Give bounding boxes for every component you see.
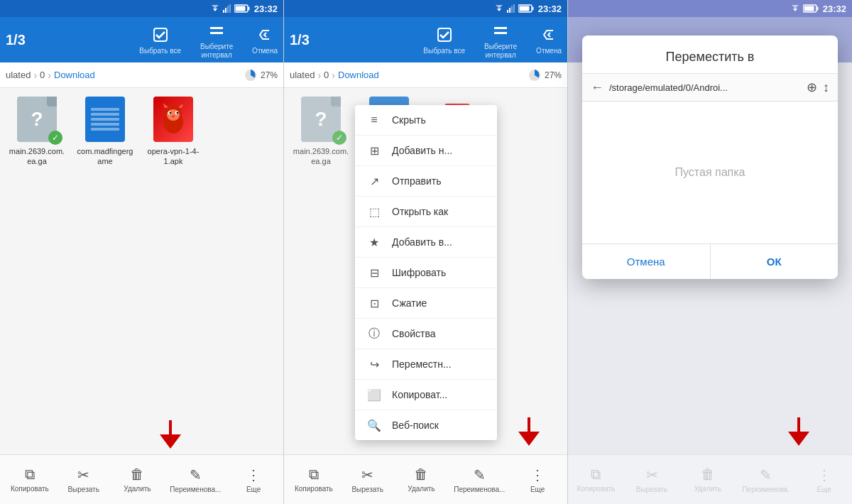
- delete-label-1: Удалить: [124, 485, 151, 493]
- select-interval-btn-1[interactable]: Выберите интервал: [195, 21, 238, 60]
- menu-item-share[interactable]: ↗ Отправить: [355, 166, 497, 197]
- menu-item-openas[interactable]: ⬚ Открыть как: [355, 197, 497, 227]
- delete-btn-3-bg: 🗑 Удалить: [687, 466, 729, 493]
- file-icon-wrap-1-2: [82, 97, 128, 142]
- encrypt-icon: ⊟: [366, 265, 382, 280]
- zip-stripe-3: [91, 118, 119, 121]
- file-item-2-1[interactable]: ? ✓ main.2639.com.ea.ga: [293, 97, 349, 167]
- menu-label-openas: Открыть как: [392, 206, 448, 217]
- svg-rect-38: [494, 32, 507, 34]
- menu-item-move[interactable]: ↪ Переместн...: [355, 349, 497, 380]
- menu-item-compress[interactable]: ⊡ Сжатие: [355, 288, 497, 319]
- modal-dialog: Переместить в ← /storage/emulated/0/Andr…: [582, 35, 838, 279]
- svg-marker-0: [213, 9, 217, 11]
- file-grid-1: ? ✓ main.2639.com.ea.ga com.ma: [0, 88, 283, 454]
- opera-icon-1: [153, 97, 193, 142]
- more-btn-2[interactable]: ⋮ Еще: [516, 466, 559, 493]
- add-folder-btn[interactable]: ⊕: [807, 80, 817, 95]
- svg-point-22: [170, 112, 172, 114]
- copy-btn-2[interactable]: ⧉ Копировать: [293, 466, 335, 493]
- menu-item-encrypt[interactable]: ⊟ Шифровать: [355, 258, 497, 288]
- svg-rect-34: [532, 7, 533, 11]
- red-arrow-svg-1: [160, 420, 181, 449]
- dialog-ok-btn[interactable]: ОК: [711, 244, 839, 279]
- dialog-back-btn[interactable]: ←: [591, 80, 604, 95]
- menu-item-hide[interactable]: ≡ Скрыть: [355, 105, 497, 136]
- bc-item1-2: ulated: [290, 70, 315, 80]
- dialog-bottom-bar-bg: ⧉ Копировать ✂ Вырезать 🗑 Удалить ✎ Пере…: [568, 454, 852, 504]
- more-btn-1[interactable]: ⋮ Еще: [232, 466, 275, 493]
- zip-stripe-1: [91, 108, 119, 111]
- breadcrumb-1: ulated › 0 › Download 27%: [0, 62, 283, 88]
- dialog-content: Пустая папка: [582, 102, 838, 243]
- signal-icon: [223, 4, 231, 13]
- file-check-2-1: ✓: [332, 131, 346, 145]
- cut-btn-1[interactable]: ✂ Вырезать: [62, 466, 105, 493]
- svg-marker-55: [792, 5, 799, 9]
- dialog-bg: Переместить в ← /storage/emulated/0/Andr…: [568, 62, 852, 504]
- rename-btn-2[interactable]: ✎ Переименова...: [454, 466, 505, 493]
- svg-rect-31: [511, 6, 513, 13]
- bc-current-2[interactable]: Download: [338, 70, 379, 80]
- svg-rect-4: [227, 6, 229, 13]
- copy-btn-1[interactable]: ⧉ Копировать: [9, 466, 51, 493]
- cut-btn-2[interactable]: ✂ Вырезать: [346, 466, 389, 493]
- delete-btn-2[interactable]: 🗑 Удалить: [400, 466, 442, 493]
- file-name-1-1: main.2639.com.ea.ga: [9, 146, 65, 167]
- check-icon: [151, 25, 170, 45]
- menu-item-copy2[interactable]: ⬜ Копироват...: [355, 380, 497, 410]
- dialog-buttons: Отмена ОК: [582, 243, 838, 279]
- file-item-1-1[interactable]: ? ✓ main.2639.com.ea.ga: [9, 97, 65, 167]
- panel-1: 23:32 1/3 Выбрать все: [0, 0, 284, 504]
- sort-btn[interactable]: ↕: [823, 80, 829, 95]
- delete-label-2: Удалить: [408, 485, 435, 493]
- more-icon-3-bg: ⋮: [817, 466, 831, 483]
- menu-item-favorite[interactable]: ★ Добавить в...: [355, 227, 497, 258]
- select-interval-btn-2[interactable]: Выберите интервал: [479, 21, 522, 60]
- cut-icon-3-bg: ✂: [646, 466, 658, 483]
- bottom-bar-1: ⧉ Копировать ✂ Вырезать 🗑 Удалить ✎ Пере…: [0, 454, 283, 504]
- cancel-label-2: Отмена: [536, 47, 562, 55]
- share-icon: ↗: [366, 173, 382, 189]
- toolbar-actions-2: Выбрать все Выберите интервал: [423, 21, 562, 60]
- bc-sep2-2: ›: [332, 70, 335, 81]
- menu-item-add[interactable]: ⊞ Добавить н...: [355, 136, 497, 166]
- svg-rect-32: [513, 4, 515, 13]
- cancel-btn-2[interactable]: Отмена: [536, 25, 562, 55]
- check-icon-2: [435, 25, 454, 45]
- file-item-1-2[interactable]: com.madfingergame: [77, 97, 133, 167]
- svg-rect-3: [225, 8, 226, 13]
- select-all-btn-1[interactable]: Выбрать все: [139, 25, 181, 55]
- svg-rect-2: [223, 10, 224, 13]
- dialog-path-icons: ⊕ ↕: [807, 80, 829, 95]
- svg-rect-11: [210, 32, 223, 34]
- menu-item-props[interactable]: ⓘ Свойства: [355, 319, 497, 349]
- more-icon-1: ⋮: [246, 466, 261, 483]
- more-btn-3-bg: ⋮ Еще: [803, 466, 846, 493]
- menu-item-web[interactable]: 🔍 Веб-поиск: [355, 410, 497, 440]
- svg-rect-58: [804, 6, 814, 11]
- svg-rect-7: [248, 7, 249, 11]
- bc-current-1[interactable]: Download: [54, 70, 95, 80]
- time-2: 23:32: [538, 4, 562, 14]
- delete-btn-1[interactable]: 🗑 Удалить: [116, 466, 158, 493]
- rename-btn-1[interactable]: ✎ Переименова...: [170, 466, 221, 493]
- rename-label-1: Переименова...: [170, 486, 221, 493]
- select-all-btn-2[interactable]: Выбрать все: [423, 25, 465, 55]
- file-icon-wrap-1-1: ? ✓: [14, 97, 60, 142]
- wifi-icon-3: [790, 4, 800, 13]
- copy-icon-3-bg: ⧉: [591, 466, 601, 483]
- dialog-cancel-btn[interactable]: Отмена: [582, 244, 711, 279]
- file-item-1-3[interactable]: opera-vpn-1-4-1.apk: [145, 97, 202, 167]
- svg-marker-27: [497, 9, 501, 11]
- bottom-bar-2: ⧉ Копировать ✂ Вырезать 🗑 Удалить ✎ Пере…: [284, 454, 567, 504]
- rename-icon-1: ✎: [190, 466, 202, 483]
- wifi-icon-2: [494, 4, 504, 13]
- more-label-2: Еще: [530, 486, 545, 493]
- svg-marker-28: [496, 5, 503, 9]
- cut-icon-1: ✂: [77, 466, 89, 483]
- copy-icon-1: ⧉: [25, 466, 35, 483]
- red-arrow-svg-2: [518, 417, 540, 446]
- svg-marker-53: [518, 432, 540, 446]
- cancel-btn-1[interactable]: Отмена: [252, 25, 278, 55]
